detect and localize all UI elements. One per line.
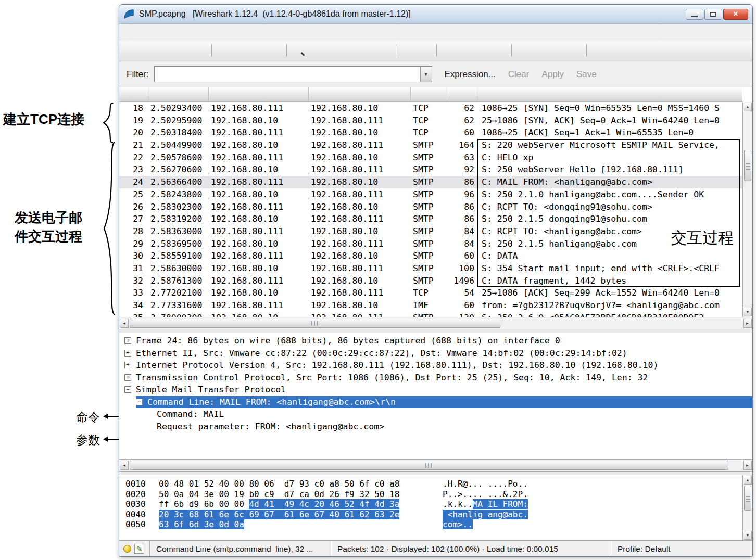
menu-item-telephony[interactable] — [196, 30, 207, 33]
filter-input[interactable] — [155, 67, 420, 82]
detail-line-ethernet[interactable]: + Ethernet II, Src: Vmware_cc:87:22 (00:… — [119, 347, 752, 360]
packet-row-20[interactable]: 20 2.50318400 192.168.80.111 192.168.80.… — [119, 126, 742, 139]
status-profile[interactable]: Profile: Default — [611, 541, 752, 556]
detail-line-frame[interactable]: + Frame 24: 86 bytes on wire (688 bits),… — [119, 335, 752, 347]
pane-splitter[interactable] — [119, 472, 752, 475]
capture-file-properties-icon[interactable]: ✎ — [134, 544, 144, 554]
details-hscrollbar[interactable]: ◄ ► — [119, 459, 752, 471]
close-button[interactable]: × — [723, 9, 748, 20]
pane-splitter[interactable] — [119, 329, 752, 333]
toolbar-icon-capture-filters[interactable] — [516, 44, 530, 57]
packet-row-31[interactable]: 31 2.58630000 192.168.80.10 192.168.80.1… — [119, 262, 742, 275]
detail-line-request-parameter[interactable]: Request parameter: FROM: <hanligang@abc.… — [119, 421, 752, 433]
menu-item-tools[interactable] — [207, 30, 217, 33]
toolbar-icon-go-top[interactable] — [360, 44, 374, 57]
scroll-left-icon[interactable]: ◄ — [120, 461, 129, 470]
toolbar-icon-coloring-rules[interactable] — [551, 44, 564, 57]
packet-row-26[interactable]: 26 2.58302300 192.168.80.111 192.168.80.… — [119, 201, 742, 213]
detail-line-command-line[interactable]: − Command Line: MAIL FROM: <hanligang@ab… — [119, 396, 752, 409]
toolbar-icon-display-filters[interactable] — [534, 44, 547, 57]
clear-button[interactable]: Clear — [508, 69, 530, 80]
expander-icon[interactable]: − — [124, 386, 131, 393]
scroll-up-icon[interactable]: ▲ — [744, 476, 752, 485]
scroll-down-icon[interactable]: ▼ — [744, 308, 752, 316]
packet-list-vscrollbar[interactable]: ▲ ▼ — [742, 102, 752, 317]
menu-item-analyze[interactable] — [175, 30, 186, 33]
packet-row-33[interactable]: 33 2.77202100 192.168.80.10 192.168.80.1… — [119, 287, 742, 299]
menu-item-view[interactable] — [144, 30, 155, 33]
toolbar-icon-restart-capture[interactable] — [193, 44, 207, 57]
column-header-destination[interactable] — [309, 87, 411, 101]
packet-row-30[interactable]: 30 2.58559100 192.168.80.111 192.168.80.… — [119, 250, 742, 262]
toolbar-icon-find-packet[interactable] — [292, 44, 305, 57]
toolbar-icon-zoom-100[interactable] — [476, 44, 489, 57]
toolbar-icon-list-interfaces[interactable] — [124, 44, 138, 57]
packet-row-34[interactable]: 34 2.77331600 192.168.80.111 192.168.80.… — [119, 299, 742, 312]
packet-row-29[interactable]: 29 2.58369500 192.168.80.10 192.168.80.1… — [119, 238, 742, 250]
hex-row-0020[interactable]: 0020 50 0a 04 3e 00 19 b0 c9 d7 ca 0d 26… — [125, 489, 742, 500]
menu-item-statistics[interactable] — [186, 30, 196, 33]
toolbar-icon-go-back[interactable] — [309, 44, 322, 57]
maximize-button[interactable] — [704, 9, 722, 20]
menu-item-go[interactable] — [155, 30, 165, 33]
toolbar-icon-go-bottom[interactable] — [377, 44, 391, 57]
hex-row-0050[interactable]: 0050 63 6f 6d 3e 0d 0a com>.. — [125, 519, 742, 530]
toolbar-icon-stop-capture[interactable] — [176, 44, 190, 57]
column-header-source[interactable] — [209, 87, 309, 101]
column-header-protocol[interactable] — [411, 87, 447, 101]
column-header-no[interactable] — [119, 87, 148, 101]
detail-line-tcp[interactable]: + Transmission Control Protocol, Src Por… — [119, 372, 752, 384]
packet-row-25[interactable]: 25 2.58243800 192.168.80.10 192.168.80.1… — [119, 188, 742, 201]
scroll-up-icon[interactable]: ▲ — [744, 103, 752, 111]
toolbar-icon-open-file[interactable] — [217, 44, 230, 57]
detail-line-command[interactable]: Command: MAIL — [119, 408, 752, 421]
hex-row-0030[interactable]: 0030 ff 6b d9 6b 00 00 4d 41 49 4c 20 46… — [125, 499, 742, 510]
packet-row-19[interactable]: 19 2.50295900 192.168.80.10 192.168.80.1… — [119, 114, 742, 127]
column-header-length[interactable] — [447, 87, 477, 101]
toolbar-icon-start-capture[interactable] — [159, 44, 172, 57]
packet-row-27[interactable]: 27 2.58319200 192.168.80.10 192.168.80.1… — [119, 213, 742, 225]
packet-list-hscroll-thumb[interactable] — [130, 319, 500, 328]
packet-row-21[interactable]: 21 2.50449900 192.168.80.10 192.168.80.1… — [119, 139, 742, 151]
filter-dropdown-icon[interactable]: ▼ — [420, 67, 432, 82]
scroll-down-icon[interactable]: ▼ — [744, 531, 752, 540]
save-button[interactable]: Save — [576, 69, 597, 80]
toolbar-icon-resize-columns[interactable] — [493, 44, 507, 57]
titlebar[interactable]: SMP.pcapng [Wireshark 1.12.4 (v1.12.4-0-… — [119, 5, 752, 24]
menu-item-file[interactable] — [123, 30, 134, 33]
packet-list-hscrollbar[interactable]: ◄ ► — [119, 317, 752, 329]
column-header-info[interactable] — [477, 87, 742, 101]
expander-icon[interactable]: − — [136, 399, 143, 405]
menu-item-capture[interactable] — [165, 30, 175, 33]
packet-row-32[interactable]: 32 2.58761300 192.168.80.111 192.168.80.… — [119, 275, 742, 287]
toolbar-icon-close-file[interactable] — [251, 44, 264, 57]
toolbar-icon-reload-file[interactable] — [268, 44, 282, 57]
toolbar-icon-go-to-packet[interactable] — [343, 44, 357, 57]
packet-row-35[interactable]: 35 2.78000300 192.168.80.10 192.168.80.1… — [119, 312, 742, 317]
expander-icon[interactable]: + — [124, 374, 131, 381]
scroll-left-icon[interactable]: ◄ — [120, 319, 129, 328]
packet-row-28[interactable]: 28 2.58363000 192.168.80.111 192.168.80.… — [119, 225, 742, 238]
toolbar-icon-capture-options[interactable] — [142, 44, 155, 57]
toolbar-icon-zoom-in[interactable] — [442, 44, 455, 57]
details-hscroll-thumb[interactable] — [130, 461, 728, 470]
detail-line-smtp[interactable]: − Simple Mail Transfer Protocol — [119, 384, 752, 396]
toolbar-icon-auto-scroll[interactable] — [418, 44, 432, 57]
hex-row-0010[interactable]: 0010 00 48 01 52 40 00 80 06 d7 93 c0 a8… — [125, 479, 742, 489]
minimize-button[interactable] — [686, 9, 703, 20]
scroll-right-icon[interactable]: ► — [743, 319, 752, 328]
packet-row-22[interactable]: 22 2.50578600 192.168.80.111 192.168.80.… — [119, 151, 742, 164]
packet-row-18[interactable]: 18 2.50293400 192.168.80.111 192.168.80.… — [119, 102, 742, 114]
menu-item-internals[interactable] — [217, 30, 228, 33]
apply-button[interactable]: Apply — [541, 69, 564, 80]
menu-item-edit[interactable] — [134, 30, 144, 33]
scroll-right-icon[interactable]: ► — [743, 461, 752, 470]
expander-icon[interactable]: + — [124, 362, 131, 368]
toolbar-icon-preferences[interactable] — [568, 44, 582, 57]
column-header-time[interactable] — [148, 87, 209, 101]
toolbar-icon-colorize-list[interactable] — [401, 44, 414, 57]
menu-item-help[interactable] — [228, 30, 238, 33]
toolbar-icon-go-forward[interactable] — [326, 44, 339, 57]
hex-vscrollbar[interactable]: ▲ ▼ — [742, 475, 752, 540]
toolbar-icon-save-file[interactable] — [234, 44, 247, 57]
